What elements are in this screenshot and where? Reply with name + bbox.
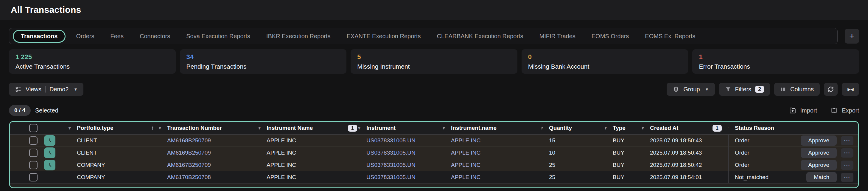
cell-transaction-number-link[interactable]: AM6169B250709: [159, 147, 258, 159]
table-row[interactable]: COMPANY AM6167B250709 APPLE INC US037833…: [10, 159, 858, 171]
column-header-instrument-dot-name[interactable]: ▾ Instrument.name: [443, 122, 541, 134]
select-all-checkbox[interactable]: [29, 124, 37, 132]
row-checkbox[interactable]: [29, 173, 37, 182]
sort-ascending-icon[interactable]: ↑: [151, 125, 154, 131]
row-more-actions-button[interactable]: ⋯: [841, 148, 854, 158]
cell-instrument-link[interactable]: US0378331005.UN: [358, 159, 443, 171]
approve-button[interactable]: Approve: [801, 136, 837, 146]
row-more-actions-button[interactable]: ⋯: [841, 173, 854, 182]
stat-card-pending-transactions[interactable]: 34 Pending Transactions: [180, 49, 347, 74]
plus-icon: +: [849, 31, 855, 41]
tabs-container: Transactions Orders Fees Connectors Sova…: [9, 28, 838, 44]
cell-instrument-dot-name-link[interactable]: APPLE INC: [443, 171, 541, 183]
row-more-actions-button[interactable]: ⋯: [841, 161, 854, 170]
cell-quantity: 25: [541, 159, 605, 171]
views-dropdown[interactable]: Views Demo2 ▼: [9, 83, 84, 96]
column-header-type[interactable]: ▾ Type: [605, 122, 642, 134]
tab-eoms-ex-reports[interactable]: EOMS Ex. Reports: [637, 33, 703, 40]
filters-count-badge: 2: [755, 86, 764, 93]
cell-portfolio-type: CLIENT: [65, 147, 159, 159]
tab-transactions[interactable]: Transactions: [13, 30, 65, 43]
column-header-transaction-number[interactable]: ▾ Transaction Number: [159, 122, 258, 134]
filter-funnel-icon: [725, 86, 731, 92]
tab-bar: Transactions Orders Fees Connectors Sova…: [9, 28, 859, 44]
import-folder-icon: [789, 107, 797, 114]
tab-mifir-trades[interactable]: MIFIR Trades: [531, 33, 584, 40]
column-menu-caret-icon[interactable]: ▾: [728, 125, 735, 131]
tab-eoms-orders[interactable]: EOMS Orders: [584, 33, 637, 40]
column-header-created-at[interactable]: ▾ Created At 1: [642, 122, 728, 134]
cell-instrument-dot-name-link[interactable]: APPLE INC: [443, 135, 541, 146]
approve-button[interactable]: Approve: [801, 148, 837, 158]
column-menu-caret-icon[interactable]: ▾: [443, 125, 451, 131]
table-header-row: ▾ Portfolio.type ↑ ▾ Transaction Number …: [10, 122, 858, 135]
stat-card-active-transactions[interactable]: 1 225 Active Transactions: [9, 49, 176, 74]
selected-label: Selected: [35, 107, 58, 114]
cell-created-at: 2025.07.09 18:50:43: [642, 135, 728, 146]
row-more-actions-button[interactable]: ⋯: [841, 136, 854, 145]
match-button[interactable]: Match: [806, 172, 837, 183]
tab-connectors[interactable]: Connectors: [132, 33, 178, 40]
tab-fees[interactable]: Fees: [102, 33, 132, 40]
column-menu-caret-icon[interactable]: ▾: [605, 125, 613, 131]
column-menu-caret-icon[interactable]: ▾: [159, 125, 167, 131]
filters-button[interactable]: Filters 2: [719, 83, 770, 96]
cell-transaction-number-link[interactable]: AM6168B250709: [159, 135, 258, 146]
row-checkbox[interactable]: [29, 161, 37, 169]
column-menu-caret-icon[interactable]: ▾: [68, 125, 77, 131]
row-checkbox[interactable]: [29, 148, 37, 157]
column-header-portfolio-type[interactable]: ▾ Portfolio.type ↑: [65, 122, 159, 134]
layers-icon: [673, 86, 679, 93]
table-row[interactable]: CLIENT AM6169B250709 APPLE INC US0378331…: [10, 147, 858, 159]
column-menu-caret-icon[interactable]: ▾: [258, 125, 267, 131]
table-row[interactable]: COMPANY AM6170B250708 APPLE INC US037833…: [10, 171, 858, 184]
approve-button[interactable]: Approve: [801, 160, 837, 170]
export-button[interactable]: Export: [830, 107, 859, 114]
cell-instrument-link[interactable]: US0378331005.UN: [358, 171, 443, 183]
stat-card-error-transactions[interactable]: 1 Error Transactions: [692, 49, 859, 74]
column-label: Instrument: [366, 125, 396, 131]
column-header-status-reason[interactable]: ▾ Status Reason: [728, 122, 858, 134]
row-checkbox[interactable]: [29, 136, 37, 145]
views-current-value: Demo2: [50, 86, 68, 93]
add-tab-button[interactable]: +: [845, 29, 859, 44]
stat-value: 5: [357, 53, 511, 61]
stat-value: 1: [699, 53, 852, 61]
cell-created-at: 2025.07.09 18:50:42: [642, 159, 728, 171]
collapse-panel-button[interactable]: ▶◀: [842, 83, 859, 96]
columns-label: Columns: [790, 86, 814, 93]
cell-instrument-name: APPLE INC: [258, 135, 358, 146]
tab-exante-execution-reports[interactable]: EXANTE Execution Reports: [338, 33, 429, 40]
refresh-button[interactable]: [824, 83, 838, 96]
column-header-quantity[interactable]: ▾ Quantity: [541, 122, 605, 134]
cell-portfolio-type: COMPANY: [65, 159, 159, 171]
cell-instrument-dot-name-link[interactable]: APPLE INC: [443, 159, 541, 171]
column-header-instrument-name[interactable]: ▾ Instrument Name 1: [258, 122, 358, 134]
columns-button[interactable]: Columns: [774, 83, 820, 96]
cell-instrument-dot-name-link[interactable]: APPLE INC: [443, 147, 541, 159]
ellipsis-icon: ⋯: [844, 161, 850, 169]
tab-sova-execution-reports[interactable]: Sova Execution Reports: [178, 33, 258, 40]
cell-transaction-number-link[interactable]: AM6167B250709: [159, 159, 258, 171]
column-menu-caret-icon[interactable]: ▾: [541, 125, 549, 131]
cell-instrument-link[interactable]: US0378331005.UN: [358, 147, 443, 159]
stat-card-missing-bank-account[interactable]: 0 Missing Bank Account: [522, 49, 688, 74]
cell-instrument-name: APPLE INC: [258, 147, 358, 159]
column-menu-caret-icon[interactable]: ▾: [642, 125, 650, 131]
group-dropdown[interactable]: Group ▼: [666, 83, 715, 96]
cell-transaction-number-link[interactable]: AM6170B250708: [159, 171, 258, 183]
cell-instrument-link[interactable]: US0378331005.UN: [358, 135, 443, 146]
column-menu-caret-icon[interactable]: ▾: [358, 125, 366, 131]
table-row[interactable]: CLIENT AM6168B250709 APPLE INC US0378331…: [10, 135, 858, 147]
columns-icon: [780, 86, 786, 92]
tab-clearbank-execution-reports[interactable]: CLEARBANK Execution Reports: [429, 33, 531, 40]
tab-ibkr-execution-reports[interactable]: IBKR Execution Reports: [258, 33, 339, 40]
column-label: Quantity: [549, 125, 572, 131]
import-button[interactable]: Import: [789, 107, 817, 114]
filters-label: Filters: [735, 86, 751, 93]
stat-card-missing-instrument[interactable]: 5 Missing Instrument: [350, 49, 518, 74]
column-header-instrument[interactable]: ▾ Instrument: [358, 122, 443, 134]
page-header: All Transactions: [0, 0, 868, 20]
tab-orders[interactable]: Orders: [68, 33, 102, 40]
collapse-icon: ▶◀: [847, 87, 854, 92]
